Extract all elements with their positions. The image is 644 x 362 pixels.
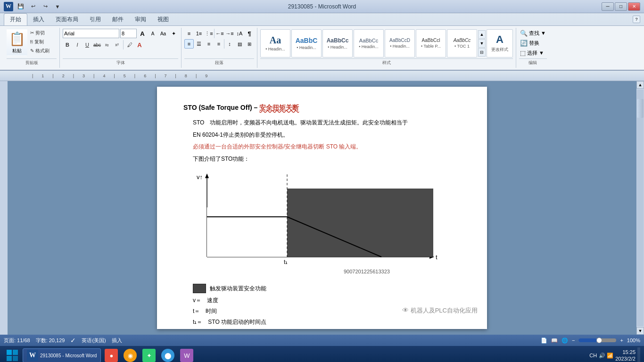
copy-button[interactable]: ⎘ 复制	[28, 38, 57, 46]
svg-rect-15	[7, 356, 12, 361]
underline-button[interactable]: U	[83, 40, 92, 49]
ribbon-content: 📋 粘贴 ✂ 剪切 ⎘ 复制 ✎ 格式刷 剪贴板 A A Aa	[0, 25, 644, 70]
taskbar-app-5[interactable]: ⬤	[159, 347, 176, 362]
view-normal-icon[interactable]: 📄	[541, 337, 547, 344]
font-size-input[interactable]	[120, 29, 137, 38]
styles-scroll-down[interactable]: ▼	[478, 39, 486, 48]
taskbar-app-4[interactable]: ✦	[140, 347, 157, 362]
style-item-heading2[interactable]: AaBbC • Headin...	[291, 29, 322, 58]
word-taskbar-button[interactable]: W 29130085 - Microsoft Word	[23, 348, 101, 362]
qat-save[interactable]: 💾	[16, 2, 25, 11]
tab-review[interactable]: 审阅	[129, 13, 152, 25]
zoom-slider-thumb[interactable]	[596, 337, 602, 343]
view-reading-icon[interactable]: 📖	[551, 337, 558, 344]
app2-icon: ●	[105, 349, 118, 362]
styles-scroll-expand[interactable]: ⊟	[478, 48, 486, 57]
align-left-button[interactable]: ≡	[184, 39, 194, 49]
maximize-button[interactable]: □	[615, 2, 627, 11]
borders-button[interactable]: ⊞	[245, 39, 254, 49]
cut-button[interactable]: ✂ 剪切	[28, 29, 57, 37]
bullets-button[interactable]: ≡	[184, 29, 194, 38]
format-painter-button[interactable]: ✎ 格式刷	[28, 47, 57, 55]
scroll-track[interactable]	[637, 90, 644, 326]
word-app-label: 29130085 - Microsoft Word	[40, 353, 97, 358]
shrink-font-button[interactable]: A	[148, 29, 157, 38]
document-page: STO (Safe Torque Off) – 安全扭矩关断 STO 功能启用时…	[157, 87, 487, 329]
paragraph-2: EN 60204-1停止类别0的非受控停机。	[193, 130, 461, 140]
style-item-heading1[interactable]: Aa • Headin...	[260, 29, 290, 58]
superscript-button[interactable]: x²	[112, 40, 122, 49]
qat-redo[interactable]: ↪	[41, 2, 50, 11]
align-center-button[interactable]: ☰	[194, 39, 204, 49]
change-styles-button[interactable]: A 更改样式	[487, 29, 513, 58]
tab-references[interactable]: 引用	[84, 13, 107, 25]
tab-insert[interactable]: 插入	[27, 13, 50, 25]
view-web-icon[interactable]: 🌐	[561, 337, 568, 344]
input-method-label[interactable]: CH	[589, 353, 597, 358]
replace-icon: 🔄	[520, 40, 528, 47]
tab-home[interactable]: 开始	[4, 13, 27, 25]
style-label-toc1: • TOC 1	[454, 44, 470, 49]
scroll-thumb[interactable]	[637, 99, 644, 118]
shading-button[interactable]: ▤	[235, 39, 244, 49]
increase-indent-button[interactable]: →≡	[225, 29, 234, 38]
divider	[123, 40, 124, 49]
justify-button[interactable]: ≡	[214, 39, 223, 49]
font-name-input[interactable]	[63, 29, 119, 38]
zoom-out-button[interactable]: −	[572, 337, 575, 343]
multilevel-button[interactable]: ⋮≡	[204, 29, 214, 38]
scroll-up-button[interactable]: ▲	[636, 81, 644, 89]
horizontal-ruler: |1|2|3|4|5|6|7|8|9	[0, 71, 644, 81]
paste-button[interactable]: 📋 粘贴	[7, 29, 27, 56]
ruler-marks: |1|2|3|4|5|6|7|8|9	[32, 74, 207, 78]
style-item-toc1[interactable]: AaBbCc • TOC 1	[447, 29, 477, 58]
clipboard-small-buttons: ✂ 剪切 ⎘ 复制 ✎ 格式刷	[28, 29, 57, 55]
document-scroll-area[interactable]: STO (Safe Torque Off) – 安全扭矩关断 STO 功能启用时…	[8, 81, 636, 335]
select-button[interactable]: 选择 ▼	[527, 49, 544, 57]
style-item-heading4[interactable]: AaBbCc • Headin...	[354, 29, 384, 58]
styles-scroll-up[interactable]: ▲	[478, 30, 486, 39]
style-item-heading3[interactable]: AaBbCc • Headin...	[322, 29, 353, 58]
highlight-button[interactable]: 🖊	[125, 40, 134, 49]
tab-mailings[interactable]: 邮件	[107, 13, 129, 25]
bold-button[interactable]: B	[63, 40, 72, 49]
sort-button[interactable]: ↕A	[235, 29, 244, 38]
align-right-button[interactable]: ≡	[204, 39, 214, 49]
grow-font-button[interactable]: A	[138, 29, 147, 38]
system-clock[interactable]: 15:25 2023/2/2	[615, 349, 636, 362]
zoom-in-button[interactable]: +	[620, 337, 623, 343]
show-formatting-button[interactable]: ¶	[245, 29, 254, 38]
clipboard-group: 📋 粘贴 ✂ 剪切 ⎘ 复制 ✎ 格式刷 剪贴板	[4, 28, 60, 68]
qat-undo[interactable]: ↩	[28, 2, 38, 11]
zoom-slider[interactable]	[578, 338, 616, 342]
replace-button[interactable]: 替换	[529, 40, 539, 47]
tab-view[interactable]: 视图	[152, 13, 174, 25]
close-button[interactable]: ✕	[628, 2, 640, 11]
qat-more[interactable]: ▼	[53, 2, 62, 11]
taskbar-app-2[interactable]: ●	[103, 347, 120, 362]
line-spacing-button[interactable]: ↕	[225, 39, 234, 49]
vertical-scrollbar[interactable]: ▲ ▼	[636, 81, 644, 335]
decrease-indent-button[interactable]: ←≡	[215, 29, 224, 38]
minimize-button[interactable]: ─	[602, 2, 614, 11]
subscript-button[interactable]: x₂	[102, 40, 112, 49]
ribbon-help-button[interactable]: ?	[633, 16, 640, 23]
taskbar-app-6[interactable]: W	[178, 347, 195, 362]
notification-icons: 🔊 📶	[599, 353, 613, 359]
font-color-button[interactable]: A	[135, 40, 144, 49]
strikethrough-button[interactable]: abc	[92, 40, 102, 49]
change-case-button[interactable]: Aa	[158, 29, 168, 38]
taskbar-right: CH 🔊 📶 15:25 2023/2/2	[589, 347, 640, 362]
style-item-table-p[interactable]: AaBbCcl • Table P...	[416, 29, 446, 58]
style-item-heading5[interactable]: AaBbCcD • Headin...	[385, 29, 415, 58]
find-button[interactable]: 查找 ▼	[529, 30, 546, 37]
numbering-button[interactable]: 1≡	[194, 29, 204, 38]
tab-page-layout[interactable]: 页面布局	[50, 13, 84, 25]
start-button[interactable]	[4, 347, 21, 362]
taskbar-app-3[interactable]: ◉	[122, 347, 139, 362]
show-desktop-button[interactable]	[637, 347, 640, 362]
svg-text:t₁: t₁	[284, 259, 288, 265]
clear-format-button[interactable]: ✦	[169, 29, 178, 38]
scroll-down-button[interactable]: ▼	[636, 327, 644, 335]
italic-button[interactable]: I	[73, 40, 82, 49]
